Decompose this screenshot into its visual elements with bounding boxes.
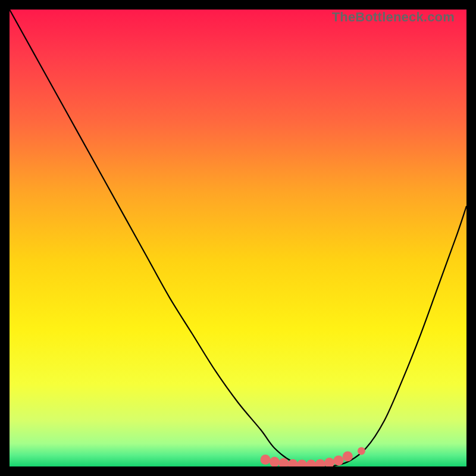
marker-dot [261,455,271,465]
gradient-background [10,10,466,466]
marker-dot [358,447,365,455]
marker-dot [333,456,343,466]
watermark-text: TheBottleneck.com [332,10,455,25]
marker-dot [343,452,353,462]
chart-frame: TheBottleneck.com [10,10,466,466]
bottleneck-chart [10,10,466,466]
